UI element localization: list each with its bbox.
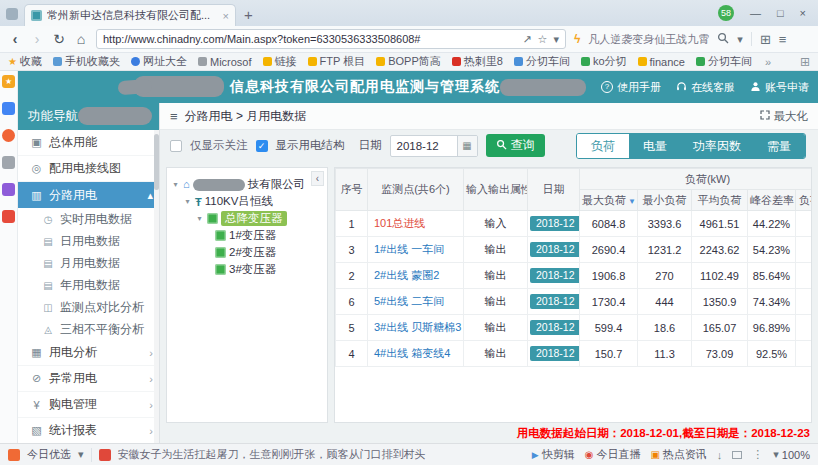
search-icon[interactable] (717, 32, 729, 46)
expander-icon[interactable]: ▾ (171, 180, 180, 189)
dock-browser-icon[interactable] (2, 129, 15, 142)
dock-notes-icon[interactable] (2, 102, 15, 115)
col-load-rate[interactable]: 负荷率 (796, 190, 813, 211)
bookmark-item[interactable]: 链接 (263, 54, 297, 69)
zoom-control[interactable]: ▾100% (773, 449, 810, 461)
tab-power-factor[interactable]: 功率因数 (681, 134, 753, 158)
bookmark-item[interactable]: 手机收藏夹 (53, 54, 120, 69)
dock-video-icon[interactable] (2, 183, 15, 196)
url-input[interactable]: http://www.chinadny.com/Main.aspx?token=… (96, 29, 566, 49)
tree-node-line-110kv[interactable]: ▾ Ŧ 110KV吕恒线 (169, 193, 325, 210)
bookmark-item[interactable]: finance (638, 56, 685, 68)
url-caret-icon[interactable]: ▾ (553, 34, 559, 45)
bookmark-item[interactable]: ko分切 (581, 54, 627, 69)
bookmark-item[interactable]: 热刺里8 (452, 54, 503, 69)
bookmarks-panel-icon[interactable]: ⊞ (800, 55, 810, 69)
sidebar-item-monthly-data[interactable]: ▤月用电数据 (18, 252, 159, 274)
only-follow-checkbox[interactable] (170, 140, 182, 152)
promo-link[interactable]: 凡人逆袭变身仙王战九霄 (588, 32, 709, 47)
manual-link[interactable]: ? 使用手册 (601, 80, 661, 95)
col-max-load[interactable]: 最大负荷▼ (580, 190, 638, 211)
speed-score-badge[interactable]: 58 (718, 5, 734, 21)
dock-mail-icon[interactable] (2, 210, 15, 223)
new-tab-button[interactable]: + (244, 8, 253, 22)
browser-tab-active[interactable]: 常州新申达信息科技有限公司配... × (24, 4, 236, 26)
tab-close-icon[interactable]: × (223, 10, 229, 22)
sidebar-scrollbar[interactable] (154, 130, 159, 443)
today-pick-label[interactable]: 今日优选 (27, 447, 71, 462)
tree-node-transformer-2[interactable]: 2#变压器 (169, 244, 325, 261)
scrollbar-thumb[interactable] (154, 134, 159, 190)
tree-node-transformer-1[interactable]: 1#变压器 (169, 227, 325, 244)
live-button[interactable]: ◉今日直播 (585, 447, 641, 462)
sort-desc-icon[interactable]: ▼ (628, 197, 636, 206)
show-structure-checkbox[interactable]: ✓ (256, 140, 268, 152)
forward-icon[interactable]: › (30, 32, 44, 46)
tree-node-main-transformer[interactable]: ▾ 总降变压器 (169, 210, 325, 227)
apps-grid-icon[interactable]: ⊞ (760, 34, 771, 45)
window-maximize-icon[interactable]: □ (777, 7, 784, 19)
sidebar-item-purchase-mgmt[interactable]: ¥购电管理› (18, 392, 159, 418)
expander-icon[interactable]: ▾ (183, 197, 192, 206)
tree-node-transformer-3[interactable]: 3#变压器 (169, 261, 325, 278)
tab-demand[interactable]: 需量 (753, 134, 805, 158)
sidebar-item-phase-unbalance[interactable]: ◬三相不平衡分析 (18, 318, 159, 340)
sidebar-item-abnormal-power[interactable]: ⊘异常用电› (18, 366, 159, 392)
tab-load[interactable]: 负荷 (577, 134, 629, 158)
query-button[interactable]: 查询 (486, 134, 545, 157)
expander-icon[interactable]: ▾ (195, 214, 204, 223)
share-icon[interactable]: ↗ (522, 34, 531, 45)
search-caret-icon[interactable]: ▾ (737, 34, 743, 45)
sidebar-item-power-analysis[interactable]: ▦用电分析› (18, 340, 159, 366)
sidebar-item-realtime-data[interactable]: ◷实时用电数据 (18, 208, 159, 230)
maximize-button[interactable]: 最大化 (760, 109, 809, 124)
bookmark-item[interactable]: FTP 根目 (308, 54, 366, 69)
hot-news-button[interactable]: ▣热点资讯 (650, 447, 706, 462)
browser-logo-icon[interactable] (6, 8, 18, 20)
sidebar-item-daily-data[interactable]: ▤日用电数据 (18, 230, 159, 252)
favorite-star-icon[interactable]: ☆ (538, 34, 548, 45)
bookmark-item[interactable]: 网址大全 (131, 54, 187, 69)
sidebar-item-point-compare[interactable]: ◫监测点对比分析 (18, 296, 159, 318)
url-text[interactable]: http://www.chinadny.com/Main.aspx?token=… (103, 33, 516, 45)
caret-down-icon[interactable]: ▾ (78, 449, 84, 460)
home-icon[interactable]: ⌂ (74, 32, 88, 46)
breadcrumb-menu-icon[interactable]: ≡ (170, 109, 178, 124)
date-value[interactable]: 2018-12 (391, 140, 457, 152)
monitor-point-link[interactable]: 101总进线 (368, 211, 464, 237)
bookmark-item[interactable]: 分切车间 (696, 54, 752, 69)
back-icon[interactable]: ‹ (8, 32, 22, 46)
window-minimize-icon[interactable]: — (750, 7, 761, 19)
refresh-icon[interactable]: ↻ (52, 32, 66, 46)
lightning-icon[interactable]: ϟ (574, 32, 580, 46)
sidebar-item-branch-power[interactable]: ▥分路用电▴ (18, 182, 159, 208)
bookmark-item[interactable]: 分切车间 (514, 54, 570, 69)
collapse-tree-button[interactable]: ‹ (311, 171, 324, 186)
tab-energy[interactable]: 电量 (629, 134, 681, 158)
monitor-point-link[interactable]: 2#出线 蒙圈2 (368, 263, 464, 289)
online-service-link[interactable]: 在线客服 (676, 80, 735, 95)
window-close-icon[interactable]: × (800, 7, 806, 19)
tree-node-company[interactable]: ▾ ⌂ 技有限公司 (169, 176, 325, 193)
monitor-point-link[interactable]: 3#出线 贝斯糖棉3 (368, 315, 464, 341)
col-peak-valley-rate[interactable]: 峰谷差率 (748, 190, 796, 211)
date-input[interactable]: 2018-12 ▦ (390, 135, 478, 157)
monitor-point-link[interactable]: 4#出线 箱变线4 (368, 341, 464, 367)
bookmark-item[interactable]: BOPP简高 (376, 54, 441, 69)
sidebar-item-yearly-data[interactable]: ▤年用电数据 (18, 274, 159, 296)
bookmark-item[interactable]: Microsof (198, 56, 252, 68)
sidebar-item-statistics-report[interactable]: ▧统计报表› (18, 418, 159, 443)
quick-clip-button[interactable]: ▶快剪辑 (532, 447, 575, 462)
sidebar-item-overall-energy[interactable]: ▣总体用能 (18, 130, 159, 156)
download-icon[interactable]: ↓ (717, 449, 723, 461)
dock-camera-icon[interactable] (2, 156, 15, 169)
sidebar-item-wiring-diagram[interactable]: ◎配用电接线图 (18, 156, 159, 182)
monitor-point-link[interactable]: 5#出线 二车间 (368, 289, 464, 315)
dock-favorites-icon[interactable]: ★ (2, 75, 15, 88)
col-min-load[interactable]: 最小负荷 (638, 190, 692, 211)
bookmark-item[interactable]: ★收藏 (8, 54, 42, 69)
col-avg-load[interactable]: 平均负荷 (692, 190, 748, 211)
calendar-icon[interactable]: ▦ (457, 136, 477, 156)
window-mode-icon[interactable] (732, 451, 742, 459)
monitor-point-link[interactable]: 1#出线 一车间 (368, 237, 464, 263)
